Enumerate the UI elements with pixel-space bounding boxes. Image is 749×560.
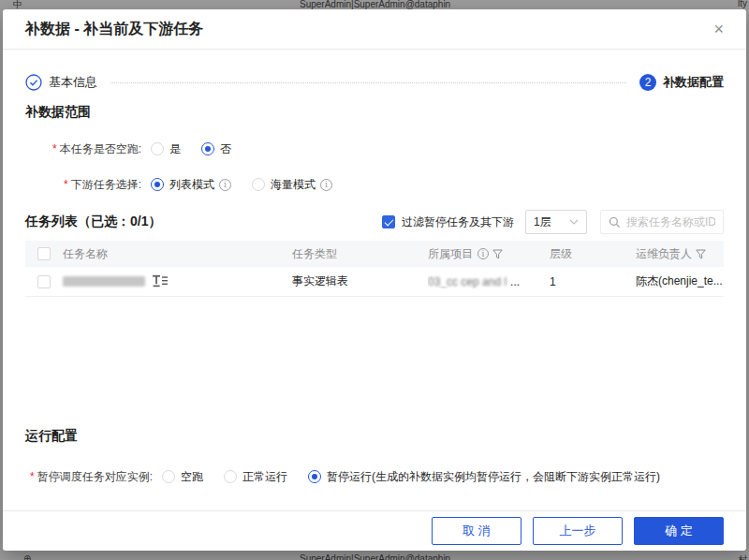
radio-label: 暂停运行(生成的补数据实例均暂停运行，会阻断下游实例正常运行) xyxy=(327,469,660,485)
radio-circle xyxy=(162,470,175,483)
downstream-mode-form-row: *下游任务选择: 列表模式 i 海量模式 i xyxy=(25,175,724,194)
required-asterisk: * xyxy=(30,470,35,483)
background-account-text: SuperAdmin|SuperAdmin@dataphin xyxy=(300,0,450,9)
row-checkbox[interactable] xyxy=(37,275,51,288)
dialog-title: 补数据 - 补当前及下游任务 xyxy=(25,20,203,39)
dialog-footer: 取 消 上一步 确 定 xyxy=(3,510,746,551)
steps-indicator: 基本信息 2 补数据配置 xyxy=(25,74,724,91)
task-type-cell: 事实逻辑表 xyxy=(292,274,348,287)
owner-cell: 陈杰(chenjie_te... xyxy=(636,273,723,289)
step-label: 补数据配置 xyxy=(663,74,724,91)
chevron-down-icon xyxy=(569,219,579,225)
previous-step-button[interactable]: 上一步 xyxy=(533,517,623,545)
column-header-level: 层级 xyxy=(550,247,572,260)
redacted-project-name: 03_cc cep and l xyxy=(428,275,507,288)
table-header-row: 任务名称 任务类型 所属项目 i 层级 运维负责人 xyxy=(25,241,724,267)
filter-funnel-icon[interactable] xyxy=(492,249,503,259)
task-table: 任务名称 任务类型 所属项目 i 层级 运维负责人 xyxy=(25,241,724,417)
radio-circle xyxy=(252,178,265,191)
radio-list-mode[interactable]: 列表模式 i xyxy=(151,177,231,193)
scope-section-heading: 补数据范围 xyxy=(25,104,724,119)
info-icon[interactable]: i xyxy=(219,179,231,191)
column-header-task-name: 任务名称 xyxy=(63,246,108,262)
downstream-mode-label: *下游任务选择: xyxy=(25,177,141,193)
dry-run-label: *本任务是否空跑: xyxy=(25,141,141,157)
paused-instance-label: *暂停调度任务对应实例: xyxy=(25,469,153,485)
radio-circle xyxy=(224,470,237,483)
step-number-badge: 2 xyxy=(639,74,656,91)
radio-circle xyxy=(308,470,321,483)
dry-run-form-row: *本任务是否空跑: 是 否 xyxy=(25,140,724,158)
column-header-project: 所属项目 xyxy=(428,246,473,262)
step-label: 基本信息 xyxy=(49,74,97,91)
radio-dry-run-no[interactable]: 否 xyxy=(201,141,231,157)
backfill-dialog: 补数据 - 补当前及下游任务 × 基本信息 2 补数据配置 补数据范围 xyxy=(3,9,746,551)
radio-label: 列表模式 xyxy=(169,177,214,193)
required-asterisk: * xyxy=(52,142,57,155)
level-cell: 1 xyxy=(550,275,556,288)
background-top-band: 中 SuperAdmin|SuperAdmin@dataphin lty xyxy=(0,0,749,9)
task-list-controls: 过滤暂停任务及其下游 1层 xyxy=(382,210,724,234)
task-list-heading: 任务列表（已选：0/1） xyxy=(25,214,161,230)
background-fragment: ⊕ xyxy=(23,553,31,560)
radio-dry-run-yes[interactable]: 是 xyxy=(151,141,181,157)
radio-label: 海量模式 xyxy=(271,177,316,193)
table-empty-area xyxy=(25,297,724,417)
radio-circle xyxy=(151,142,164,155)
task-search-box xyxy=(600,210,724,234)
radio-instance-normal[interactable]: 正常运行 xyxy=(224,469,287,485)
background-fragment: 村 xyxy=(738,553,747,560)
radio-label: 是 xyxy=(169,141,181,157)
background-account-text: SuperAdmin|SuperAdmin@dataphin xyxy=(300,553,450,560)
info-icon[interactable]: i xyxy=(320,179,332,191)
task-search-input[interactable] xyxy=(626,215,715,228)
search-icon xyxy=(609,216,621,228)
radio-instance-paused[interactable]: 暂停运行(生成的补数据实例均暂停运行，会阻断下游实例正常运行) xyxy=(308,469,660,485)
radio-label: 否 xyxy=(220,141,231,157)
step-basic-info[interactable]: 基本信息 xyxy=(25,74,97,91)
run-config-heading: 运行配置 xyxy=(25,428,724,443)
depth-select-value: 1层 xyxy=(534,214,551,230)
paused-instance-form-row: *暂停调度任务对应实例: 空跑 正常运行 暂停运行(生成的补数据实例均暂停运行，… xyxy=(25,467,724,486)
radio-mass-mode[interactable]: 海量模式 i xyxy=(252,177,332,193)
info-icon[interactable]: i xyxy=(477,248,489,259)
cancel-button[interactable]: 取 消 xyxy=(432,517,521,545)
filter-funnel-icon[interactable] xyxy=(696,249,706,259)
step-backfill-config: 2 补数据配置 xyxy=(639,74,724,91)
radio-label: 正常运行 xyxy=(242,469,287,485)
background-fragment: lty xyxy=(738,0,747,8)
depth-select[interactable]: 1层 xyxy=(525,210,587,234)
radio-circle xyxy=(201,142,214,155)
steps-connector xyxy=(110,82,626,83)
background-fragment: 中 xyxy=(13,0,22,9)
filter-paused-checkbox[interactable] xyxy=(382,215,395,228)
select-all-checkbox[interactable] xyxy=(37,247,51,260)
radio-instance-dry-run[interactable]: 空跑 xyxy=(162,469,203,485)
redacted-task-name xyxy=(63,276,145,287)
required-asterisk: * xyxy=(64,178,68,191)
column-header-owner: 运维负责人 xyxy=(636,246,692,262)
task-list-header: 任务列表（已选：0/1） 过滤暂停任务及其下游 1层 xyxy=(25,209,724,235)
dag-view-icon[interactable] xyxy=(153,275,168,287)
background-bottom-band: ⊕ SuperAdmin|SuperAdmin@dataphin 村 xyxy=(0,551,749,560)
dialog-header: 补数据 - 补当前及下游任务 × xyxy=(3,9,746,50)
table-row: 事实逻辑表 03_cc cep and l ... 1 陈杰(chenjie_t… xyxy=(25,267,724,297)
close-icon[interactable]: × xyxy=(713,21,724,37)
project-ellipsis: ... xyxy=(510,275,520,288)
radio-circle xyxy=(151,178,164,191)
screen: 中 SuperAdmin|SuperAdmin@dataphin lty ⊕ S… xyxy=(0,0,749,560)
filter-paused-label: 过滤暂停任务及其下游 xyxy=(402,214,514,230)
confirm-button[interactable]: 确 定 xyxy=(634,517,724,545)
step-done-check-icon xyxy=(25,74,42,91)
radio-label: 空跑 xyxy=(181,469,203,485)
column-header-task-type: 任务类型 xyxy=(292,247,337,260)
